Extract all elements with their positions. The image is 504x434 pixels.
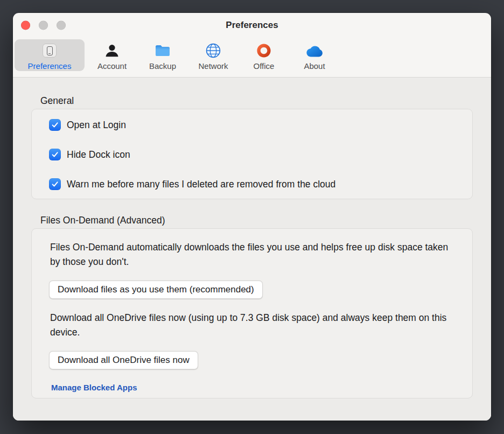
warn-before-delete-row: Warn me before many files I deleted are … — [32, 177, 472, 192]
files-on-demand-heading: Files On-Demand (Advanced) — [40, 214, 491, 226]
tab-network[interactable]: Network — [190, 39, 236, 71]
download-all-description: Download all OneDrive files now (using u… — [50, 311, 465, 340]
open-at-login-checkbox[interactable] — [49, 119, 61, 131]
open-at-login-row: Open at Login — [32, 117, 472, 132]
close-button[interactable] — [21, 21, 30, 30]
tab-label: Preferences — [28, 61, 72, 71]
checkbox-label: Warn me before many files I deleted are … — [67, 179, 335, 190]
hide-dock-icon-row: Hide Dock icon — [32, 147, 472, 162]
files-on-demand-description: Files On-Demand automatically downloads … — [50, 240, 460, 269]
tab-backup[interactable]: Backup — [139, 39, 186, 71]
general-heading: General — [40, 95, 491, 107]
tab-office[interactable]: Office — [241, 39, 287, 71]
warn-before-delete-checkbox[interactable] — [49, 178, 61, 190]
manage-blocked-apps-link[interactable]: Manage Blocked Apps — [51, 383, 137, 392]
globe-icon — [205, 41, 222, 60]
download-all-button[interactable]: Download all OneDrive files now — [49, 351, 198, 369]
preferences-pane: General Open at Login Hide Dock icon — [13, 78, 491, 421]
traffic-lights — [21, 21, 66, 30]
toolbar: Preferences Account — [13, 38, 491, 77]
titlebar: Preferences — [13, 13, 491, 38]
hide-dock-icon-checkbox[interactable] — [49, 149, 61, 160]
person-icon — [104, 41, 120, 60]
download-as-used-button[interactable]: Download files as you use them (recommen… — [49, 281, 263, 299]
tab-label: Network — [198, 61, 228, 71]
onedrive-cloud-icon — [305, 41, 324, 60]
device-icon — [43, 41, 57, 60]
tab-label: About — [304, 61, 325, 71]
tab-label: Office — [254, 61, 275, 71]
tab-label: Backup — [149, 61, 176, 71]
office-logo-icon — [256, 41, 272, 60]
minimize-button[interactable] — [39, 21, 48, 30]
tab-account[interactable]: Account — [89, 39, 135, 71]
folder-icon — [154, 41, 171, 60]
preferences-window: Preferences Preferences Account — [13, 13, 491, 421]
general-card: Open at Login Hide Dock icon Warn me bef… — [31, 109, 473, 199]
files-on-demand-card: Files On-Demand automatically downloads … — [31, 228, 473, 398]
checkbox-label: Open at Login — [67, 120, 126, 131]
checkbox-label: Hide Dock icon — [67, 149, 130, 160]
zoom-button[interactable] — [57, 21, 66, 30]
tab-preferences[interactable]: Preferences — [15, 39, 85, 71]
window-title: Preferences — [226, 20, 278, 31]
tab-label: Account — [97, 61, 127, 71]
tab-about[interactable]: About — [291, 39, 338, 71]
